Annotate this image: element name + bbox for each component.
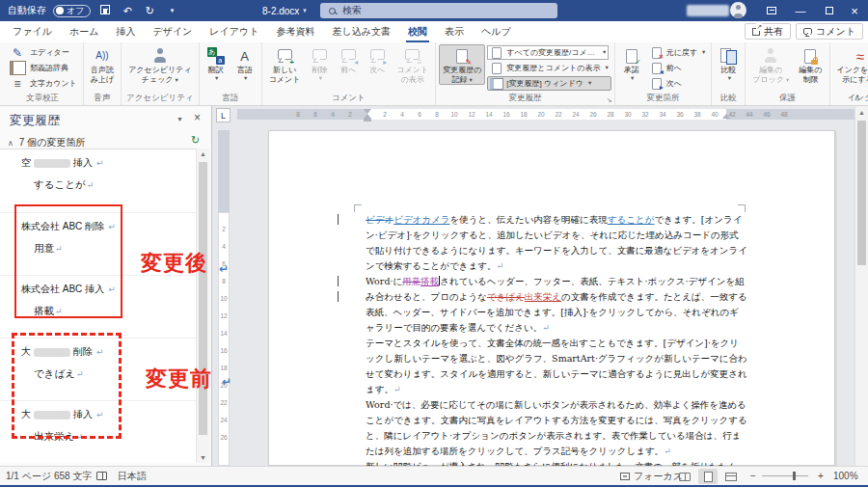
- accessibility-check-button[interactable]: アクセシビリティチェック▾: [124, 44, 196, 85]
- compare-button[interactable]: 比較▾: [715, 44, 742, 82]
- ribbon-group-compare: 比較▾比較: [712, 42, 746, 105]
- share-button[interactable]: 共有: [745, 23, 791, 40]
- tab-review[interactable]: 校閲: [399, 21, 436, 42]
- dialog-launcher-icon[interactable]: ↘: [607, 96, 612, 103]
- text-boundary-corner-icon: [354, 204, 362, 212]
- tab-insert[interactable]: 挿入: [107, 21, 144, 42]
- document-line: ます。↵: [366, 383, 401, 395]
- customize-quick-access-icon[interactable]: ▾: [164, 7, 179, 14]
- next-change-button[interactable]: ▸次へ: [647, 76, 709, 91]
- page-indicator[interactable]: 1/1 ページ: [6, 467, 51, 485]
- maximize-button[interactable]: [816, 0, 843, 21]
- print-layout-button[interactable]: [698, 469, 718, 484]
- track-changes-button[interactable]: ✎変更履歴の記録▾: [439, 44, 485, 85]
- show-markup-button[interactable]: 変更履歴とコメントの表示▾: [487, 61, 610, 75]
- close-button[interactable]: ×: [841, 0, 868, 21]
- ribbon-group-changes: ✓承諾▾×元に戻す▾◂前へ▸次へ変更箇所: [615, 42, 713, 105]
- scrollbar-thumb[interactable]: [199, 162, 207, 435]
- scrollbar-thumb[interactable]: [857, 121, 866, 265]
- document-title[interactable]: 8-2.docx▾: [262, 0, 307, 21]
- document-line: せて変わります。スタイルを適用すると、新しいテーマに適合するように見出しが変更さ…: [366, 367, 747, 380]
- collapse-summary-icon[interactable]: ∧: [8, 139, 14, 148]
- focus-mode-button[interactable]: フォーカス: [620, 467, 683, 485]
- delete-comment-button: 削除▾: [306, 44, 333, 82]
- print-layout-icon: [704, 472, 713, 482]
- zoom-slider[interactable]: [762, 467, 808, 485]
- page-small-icon: [490, 62, 503, 74]
- proofing-errors-button[interactable]: [96, 467, 107, 485]
- tab-layout[interactable]: レイアウト: [201, 21, 267, 42]
- reviewing-pane-button[interactable]: [変更履歴] ウィンドウ▾: [487, 76, 610, 91]
- tab-home[interactable]: ホーム: [61, 21, 107, 42]
- page-lock-icon: [800, 47, 820, 65]
- after-annotation-label: 変更後: [141, 249, 207, 278]
- autosave-toggle[interactable]: オフ: [53, 5, 91, 17]
- language-button[interactable]: A言語▾: [231, 44, 258, 82]
- read-aloud-button[interactable]: A))音声読み上げ: [87, 44, 118, 85]
- language-indicator[interactable]: 日本語: [118, 467, 147, 485]
- toggle-knob-icon: [56, 7, 64, 14]
- scroll-down-icon[interactable]: ▼: [197, 454, 209, 461]
- refresh-icon[interactable]: ↻: [191, 134, 200, 147]
- person-block-icon: [761, 47, 780, 65]
- pilcrow-mark: ↵: [96, 158, 104, 168]
- zoom-out-button[interactable]: −: [750, 467, 756, 485]
- collapse-ribbon-button[interactable]: ∧: [854, 93, 860, 102]
- translate-button[interactable]: 翻訳▾: [203, 44, 230, 82]
- ribbon-group-label: 文章校正: [5, 93, 80, 105]
- zoom-thumb[interactable]: [793, 472, 796, 480]
- previous-change-button[interactable]: ◂前へ: [647, 61, 709, 75]
- redo-button[interactable]: ↻: [142, 5, 157, 17]
- ribbon-group-ink: ≈インクを非表示にする▾インク: [830, 42, 868, 105]
- hide-ink-button[interactable]: ≈インクを非表示にする▾: [833, 44, 868, 85]
- document-page[interactable]: ビデオビデオカメラを使うと、伝えたい内容を明確に表現することができます。[オンラ…: [268, 130, 835, 466]
- minimize-button[interactable]: —: [787, 0, 814, 21]
- markup-options-button[interactable]: すべての変更履歴/コメ…▾: [487, 45, 609, 60]
- tab-design[interactable]: デザイン: [144, 21, 201, 42]
- thesaurus-button[interactable]: 類義語辞典: [5, 61, 80, 75]
- pane-scrollbar[interactable]: ▲ ▼: [196, 149, 209, 463]
- tab-mailings[interactable]: 差し込み文書: [324, 21, 399, 42]
- tab-help[interactable]: ヘルプ: [473, 21, 520, 42]
- scroll-up-icon[interactable]: ▲: [855, 109, 868, 116]
- ribbon-display-options-button[interactable]: [758, 0, 785, 21]
- share-icon: [752, 28, 760, 36]
- new-comment-button[interactable]: +新しいコメント: [265, 44, 305, 85]
- word-count-button[interactable]: ≡文字カウント: [5, 76, 80, 91]
- tab-selector[interactable]: L: [216, 108, 231, 122]
- document-scrollbar[interactable]: ▲: [854, 106, 868, 466]
- pane-close-button[interactable]: ×: [194, 111, 201, 124]
- editor-button[interactable]: ✎エディター: [5, 45, 80, 60]
- focus-icon: [620, 473, 630, 480]
- search-box[interactable]: 検索: [320, 3, 557, 18]
- avatar[interactable]: [730, 2, 746, 18]
- word-count-indicator[interactable]: 658 文字: [54, 467, 92, 485]
- document-line: ビデオビデオカメラを使うと、伝えたい内容を明確に表現することができます。[オンラ…: [366, 213, 742, 226]
- restrict-editing-button[interactable]: 編集の制限: [795, 44, 826, 85]
- read-mode-button[interactable]: [675, 469, 694, 484]
- scroll-up-icon[interactable]: ▲: [197, 150, 209, 157]
- proofing-book-icon: [96, 472, 107, 480]
- comments-button[interactable]: コメント: [796, 23, 863, 40]
- previous-comment-button: ◂前へ: [335, 44, 362, 76]
- undo-button[interactable]: ↶: [120, 5, 135, 17]
- word-window: 自動保存 オフ ↶ ↻ ▾ 8-2.docx▾ 検索 — × ファイルホーム挿入…: [0, 0, 868, 487]
- change-author-row: 空挿入↵: [21, 156, 196, 170]
- change-item[interactable]: 空挿入↵することが↵: [0, 149, 196, 212]
- save-button[interactable]: [97, 5, 113, 16]
- left-indent-marker[interactable]: [364, 119, 371, 122]
- search-icon: [329, 8, 336, 14]
- zoom-level[interactable]: 100%: [833, 467, 858, 485]
- read-aloud-icon: A)): [93, 47, 112, 65]
- web-layout-button[interactable]: [721, 469, 741, 484]
- tab-file[interactable]: ファイル: [4, 21, 61, 42]
- document-area[interactable]: ビデオビデオカメラを使うと、伝えたい内容を明確に表現することができます。[オンラ…: [237, 122, 854, 466]
- ribbon-group-label: 比較: [715, 93, 742, 105]
- search-placeholder: 検索: [342, 4, 362, 17]
- reject-button[interactable]: ×元に戻す▾: [647, 45, 709, 60]
- tab-view[interactable]: 表示: [436, 21, 473, 42]
- pane-options-icon[interactable]: ▼: [176, 116, 183, 122]
- accept-button[interactable]: ✓承諾▾: [618, 44, 645, 82]
- tab-references[interactable]: 参考資料: [268, 21, 324, 42]
- zoom-in-button[interactable]: +: [818, 467, 824, 485]
